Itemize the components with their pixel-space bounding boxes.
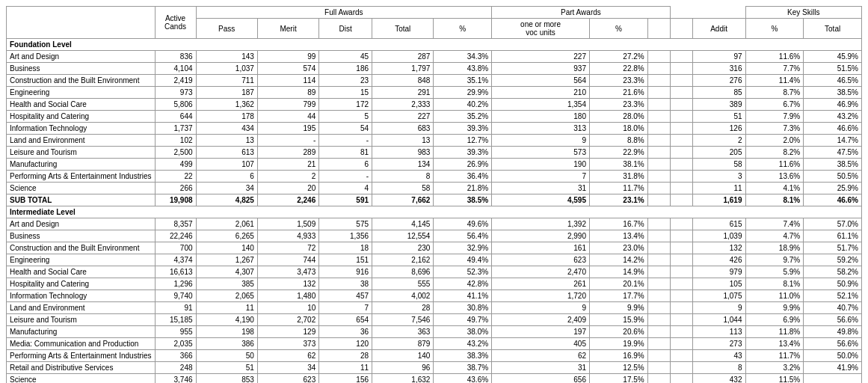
blank-col-1 [647,19,670,39]
cell-dist: 120 [319,338,372,350]
cell-pct: 56.4% [434,230,492,242]
cell-total: 4,145 [372,218,434,230]
cell-dist: 156 [319,374,372,384]
cell-addit: 11 [692,183,745,194]
cell-total: 555 [372,278,434,290]
cell-pass: 711 [196,75,257,87]
cell-part_one_more: 564 [492,75,590,87]
cell-part_pct: 23.0% [590,242,648,254]
cell-dist: 54 [319,123,372,135]
cell-b1 [647,254,670,266]
cell-key_pct: 2.0% [745,135,804,147]
cell-merit: 2 [257,171,318,183]
cell-dist: 916 [319,266,372,278]
cell-dist: 81 [319,147,372,159]
cell-addit: 1,075 [692,290,745,302]
cell-addit: 205 [692,147,745,159]
table-row: Science3,7468536231561,63243.6%65617.5%4… [7,374,862,384]
cell-dist: 6 [319,159,372,171]
dist-header: Dist [319,19,372,39]
cell-part_one_more: 2,470 [492,266,590,278]
cell-title: Retail and Distributive Services [7,362,156,374]
cell-part_one_more: 31 [492,183,590,194]
cell-total: 230 [372,242,434,254]
cell-pass: 434 [196,123,257,135]
cell-active_cands: 8,357 [155,218,196,230]
col-group-header-row: ActiveCands Full Awards Part Awards Key … [7,7,862,19]
table-row: Leisure and Tourism2,5006132898198339.3%… [7,147,862,159]
cell-dist: 575 [319,218,372,230]
cell-total: 8,696 [372,266,434,278]
cell-part_pct: 20.1% [590,278,648,290]
cell-dist: 151 [319,254,372,266]
cell-merit: 574 [257,63,318,75]
cell-part_one_more: 1,392 [492,218,590,230]
table-row: Land and Environment91111072830.8%99.9%9… [7,302,862,314]
cell-pass: 51 [196,362,257,374]
subtotal-cell-active_cands: 19,908 [155,194,196,206]
cell-part_pct: 8.8% [590,135,648,147]
cell-key_total: 56.6% [804,314,862,326]
cell-b2 [670,123,692,135]
cell-addit: 105 [692,278,745,290]
subtotal-cell-addit: 1,619 [692,194,745,206]
cell-key_pct: 7.9% [745,111,804,123]
cell-key_pct: 13.4% [745,338,804,350]
table-row: Hospitality and Catering64417844522735.2… [7,111,862,123]
cell-b1 [647,183,670,194]
cell-part_pct: 16.7% [590,218,648,230]
cell-active_cands: 266 [155,183,196,194]
cell-pct: 32.9% [434,242,492,254]
cell-merit: 1,480 [257,290,318,302]
table-row: Science266342045821.8%3111.7%114.1%25.9% [7,183,862,194]
table-body: Foundation LevelArt and Design8361439945… [7,39,862,384]
cell-active_cands: 366 [155,350,196,362]
cell-key_total: 59.2% [804,254,862,266]
cell-addit: 426 [692,254,745,266]
cell-pass: 107 [196,159,257,171]
cell-part_one_more: 31 [492,362,590,374]
cell-pct: 49.4% [434,254,492,266]
cell-b1 [647,350,670,362]
cell-key_pct: 9.9% [745,302,804,314]
cell-b2 [670,159,692,171]
cell-pass: 385 [196,278,257,290]
cell-pass: 187 [196,87,257,99]
cell-part_one_more: 161 [492,242,590,254]
cell-key_total [804,374,862,384]
cell-part_one_more: 9 [492,135,590,147]
table-row: Art and Design8,3572,0611,5095754,14549.… [7,218,862,230]
cell-part_one_more: 180 [492,111,590,123]
table-row: Performing Arts & Entertainment Industri… [7,171,862,183]
cell-active_cands: 4,374 [155,254,196,266]
cell-key_total: 14.7% [804,135,862,147]
cell-merit: 289 [257,147,318,159]
cell-key_total: 49.8% [804,326,862,338]
cell-dist: - [319,135,372,147]
cell-b2 [670,326,692,338]
cell-dist: 5 [319,111,372,123]
cell-merit: 3,473 [257,266,318,278]
cell-pct: 49.6% [434,218,492,230]
cell-active_cands: 2,035 [155,338,196,350]
cell-pct: 40.2% [434,99,492,111]
cell-total: 12,554 [372,230,434,242]
cell-active_cands: 16,613 [155,266,196,278]
one-more-header: one or morevoc units [492,19,590,39]
cell-active_cands: 22,246 [155,230,196,242]
cell-b2 [670,350,692,362]
cell-pct: 49.7% [434,314,492,326]
cell-pass: 4,190 [196,314,257,326]
cell-pct: 41.1% [434,290,492,302]
subtotal-cell-key_pct: 8.1% [745,194,804,206]
cell-addit: 113 [692,326,745,338]
cell-title: Hospitality and Catering [7,278,156,290]
subtotal-cell-key_total: 46.6% [804,194,862,206]
cell-total: 13 [372,135,434,147]
cell-part_pct: 17.7% [590,290,648,302]
cell-part_one_more: 7 [492,171,590,183]
table-row: Hospitality and Catering1,29638513238555… [7,278,862,290]
cell-title: Media: Communication and Production [7,338,156,350]
cell-b2 [670,362,692,374]
cell-active_cands: 1,737 [155,123,196,135]
